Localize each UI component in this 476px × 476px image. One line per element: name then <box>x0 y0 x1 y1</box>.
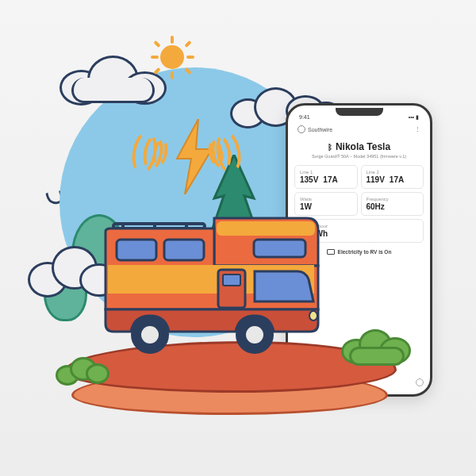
svg-rect-10 <box>117 240 156 260</box>
lightning-bolt-icon <box>171 119 218 198</box>
status-time: 9:41 <box>299 114 310 121</box>
rv-status-icon <box>327 249 335 255</box>
sun-icon <box>151 36 194 79</box>
status-indicators: ••• ▮ <box>409 114 419 121</box>
svg-point-15 <box>141 326 159 344</box>
device-subtitle: Surge Guard® 50A – Model 34951 (firmware… <box>294 154 424 159</box>
reading-line2[interactable]: Line 2 119V 17A <box>361 165 424 189</box>
reading-frequency[interactable]: Frequency 60Hz <box>361 192 424 216</box>
app-header: Southwire ⋮ <box>294 121 424 136</box>
svg-rect-13 <box>223 274 240 286</box>
svg-rect-11 <box>164 240 204 260</box>
svg-rect-8 <box>254 240 305 257</box>
svg-point-17 <box>246 326 263 344</box>
reading-line1[interactable]: Line 1 135V 17A <box>294 165 358 189</box>
brand-logo-icon <box>298 125 305 133</box>
svg-rect-7 <box>217 221 315 236</box>
phone-notch <box>336 108 383 116</box>
svg-point-18 <box>309 311 317 321</box>
footer-right-icon[interactable] <box>416 378 424 386</box>
svg-marker-2 <box>177 119 212 194</box>
menu-dots-icon[interactable]: ⋮ <box>415 126 420 132</box>
device-title-block: ᛒ Nikola Tesla Surge Guard® 50A – Model … <box>294 141 424 159</box>
bluetooth-icon: ᛒ <box>328 143 332 152</box>
device-name: ᛒ Nikola Tesla <box>294 141 424 152</box>
brand-label: Southwire <box>298 125 332 133</box>
rv-illustration <box>83 206 321 373</box>
illustration-scene: 9:41 ••• ▮ Southwire ⋮ ᛒ Nikola Tesla Su… <box>0 0 476 476</box>
